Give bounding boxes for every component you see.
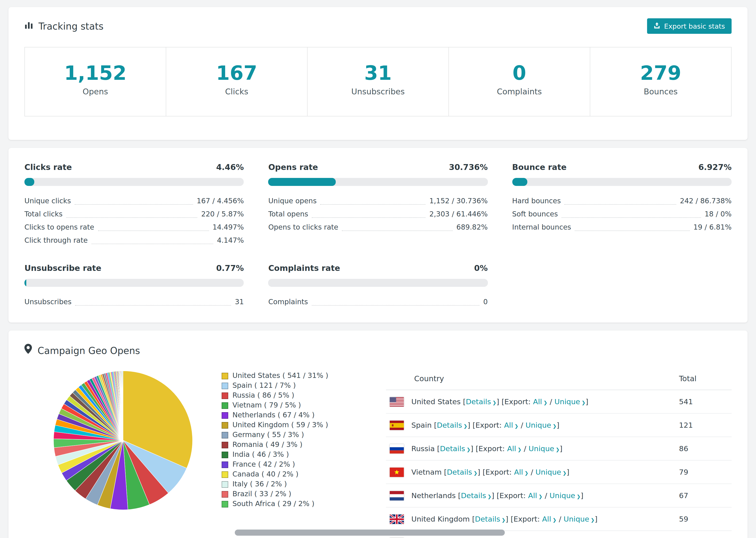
horizontal-scrollbar-thumb[interactable] [235, 529, 505, 536]
legend-label: United States ( 541 / 31% ) [233, 371, 328, 381]
table-row: Vietnam [Details] [Export:All / Unique] … [386, 460, 731, 484]
legend-item: Brazil ( 33 / 2% ) [222, 489, 386, 499]
tracking-stats-card: Tracking stats Export basic stats 1,152 … [9, 7, 747, 140]
table-row: United Kingdom [Details] [Export:All / U… [386, 508, 731, 531]
stat-row-value: 14.497% [212, 221, 244, 234]
legend-color-swatch [222, 382, 228, 389]
stat-label: Unsubscribes [307, 87, 449, 96]
dotted-leader [91, 243, 213, 244]
export-all-link[interactable]: All [542, 515, 557, 523]
stat-row-value: 31 [235, 295, 244, 308]
country-total: 67 [679, 491, 731, 500]
chevron-right-icon [561, 468, 567, 476]
export-all-link[interactable]: All [533, 398, 547, 406]
legend-item: Russia ( 86 / 5% ) [222, 391, 386, 401]
stat-label: Opens [25, 87, 166, 96]
legend-label: Netherlands ( 67 / 4% ) [233, 410, 315, 420]
stat-row: Unsubscribes 31 [25, 295, 244, 308]
flag-es-icon [390, 420, 404, 430]
export-unique-link[interactable]: Unique [555, 398, 585, 406]
country-name: United Kingdom [411, 515, 470, 523]
stat-value: 167 [166, 62, 307, 84]
rate-block: Clicks rate 4.46% Unique clicks 167 / 4.… [25, 162, 244, 247]
rate-title: Complaints rate [268, 263, 340, 273]
column-header-total: Total [679, 374, 731, 383]
export-all-link[interactable]: All [507, 444, 521, 453]
export-unique-link[interactable]: Unique [525, 421, 557, 429]
table-row: United States [Details] [Export:All / Un… [386, 390, 731, 413]
country-name: Spain [411, 421, 432, 429]
export-unique-link[interactable]: Unique [564, 515, 594, 523]
dashboard-page: Tracking stats Export basic stats 1,152 … [0, 0, 756, 538]
rate-block: Unsubscribe rate 0.77% Unsubscribes 31 [25, 263, 244, 308]
country-total: 541 [679, 398, 731, 406]
chevron-right-icon [516, 444, 521, 453]
progress-bar-fill [268, 178, 336, 186]
details-link[interactable]: Details [437, 421, 467, 429]
bar-chart-icon [25, 21, 33, 32]
legend-item: India ( 46 / 3% ) [222, 450, 386, 459]
export-all-link[interactable]: All [514, 468, 528, 476]
progress-bar-fill [512, 178, 527, 186]
export-basic-stats-button[interactable]: Export basic stats [647, 18, 731, 34]
export-icon [654, 22, 661, 30]
country-name: Russia [411, 444, 435, 453]
rate-percentage: 4.46% [216, 162, 244, 172]
export-unique-link[interactable]: Unique [528, 444, 560, 453]
chevron-right-icon [551, 421, 557, 429]
rate-block: Complaints rate 0% Complaints 0 [268, 263, 488, 308]
chevron-right-icon [537, 491, 543, 500]
tracking-stats-title: Tracking stats [25, 21, 104, 32]
legend-item: Canada ( 40 / 2% ) [222, 469, 386, 479]
chevron-right-icon [551, 515, 557, 523]
geo-opens-header: Campaign Geo Opens [25, 344, 731, 358]
stat-row: Soft bounces 18 / 0% [512, 207, 731, 221]
legend-item: South Africa ( 29 / 2% ) [222, 499, 386, 509]
chevron-right-icon [500, 515, 506, 523]
rate-percentage: 0.77% [216, 263, 244, 273]
details-link[interactable]: Details [440, 444, 470, 453]
geo-pie-legend: United States ( 541 / 31% ) Spain ( 121 … [222, 367, 386, 538]
country-total: 79 [679, 468, 731, 476]
stat-label: Clicks [166, 87, 307, 96]
stat-row-value: 4.147% [217, 234, 244, 247]
stat-row: Unique clicks 167 / 4.456% [25, 194, 244, 207]
stat-value: 279 [590, 62, 731, 84]
dotted-leader [565, 204, 676, 205]
details-link[interactable]: Details [475, 515, 506, 523]
table-row: Netherlands [Details] [Export:All / Uniq… [386, 484, 731, 508]
export-unique-link[interactable]: Unique [536, 468, 567, 476]
legend-item: Italy ( 36 / 2% ) [222, 479, 386, 489]
export-label: [Export: [497, 491, 526, 500]
details-link[interactable]: Details [447, 468, 477, 476]
export-all-link[interactable]: All [504, 421, 518, 429]
legend-color-swatch [222, 461, 228, 468]
country-name: Netherlands [411, 491, 456, 500]
details-link[interactable]: Details [466, 398, 496, 406]
stat-row-label: Soft bounces [512, 207, 558, 221]
stat-row-label: Total opens [268, 207, 308, 221]
legend-color-swatch [222, 422, 228, 428]
progress-bar [268, 178, 488, 186]
details-link[interactable]: Details [461, 491, 491, 500]
legend-color-swatch [222, 392, 228, 399]
rate-block: Bounce rate 6.927% Hard bounces 242 / 86… [512, 162, 731, 247]
stat-label: Bounces [590, 87, 731, 96]
chevron-right-icon [589, 515, 595, 523]
country-total: 59 [679, 515, 731, 523]
legend-label: South Africa ( 29 / 2% ) [233, 499, 314, 509]
chevron-right-icon [542, 398, 548, 406]
legend-label: Russia ( 86 / 5% ) [233, 391, 294, 401]
legend-color-swatch [222, 402, 228, 409]
stat-value: 0 [449, 62, 590, 84]
dotted-leader [312, 217, 426, 218]
stat-row-label: Total clicks [25, 207, 63, 221]
rate-title: Unsubscribe rate [25, 263, 101, 273]
table-row: Spain [Details] [Export:All / Unique] 12… [386, 413, 731, 437]
legend-label: France ( 42 / 2% ) [233, 459, 295, 469]
export-unique-link[interactable]: Unique [550, 491, 581, 500]
export-all-link[interactable]: All [528, 491, 542, 500]
stat-row-value: 242 / 86.738% [680, 194, 731, 207]
table-body: United States [Details] [Export:All / Un… [386, 390, 731, 538]
chevron-right-icon [513, 421, 518, 429]
